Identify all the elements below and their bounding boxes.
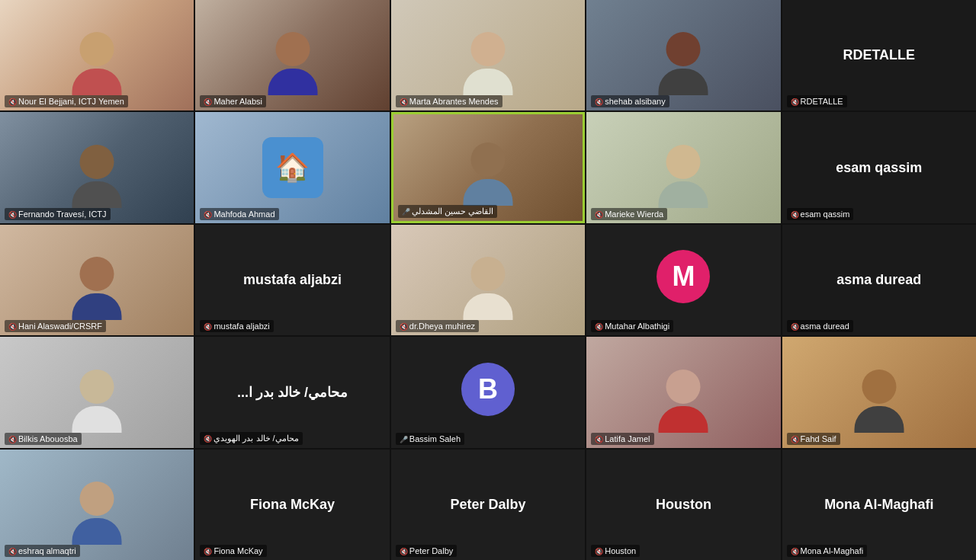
muted-mic-icon: 🔇 [791, 211, 799, 219]
participant-cell-dheya[interactable]: 🔇dr.Dheya muhirez [391, 225, 585, 335]
participant-name-label: 🔇asma duread [787, 320, 853, 332]
muted-mic-icon: 🔇 [400, 548, 408, 555]
participant-cell-peter[interactable]: Peter Dalby🔇Peter Dalby [391, 450, 585, 560]
name-text: Marieke Wierda [605, 210, 663, 219]
muted-mic-icon: 🔇 [595, 98, 603, 106]
name-text: Bassim Saleh [409, 434, 461, 443]
participant-cell-houston[interactable]: Houston🔇Houston [586, 450, 780, 560]
participant-name-label: 🔇Houston [591, 545, 640, 557]
muted-mic-icon: 🔇 [595, 436, 603, 443]
muted-mic-icon: 🔇 [595, 211, 603, 219]
participant-cell-marta[interactable]: 🔇Marta Abrantes Mendes [391, 0, 585, 110]
participant-name-label: 🔇Fiona McKay [200, 545, 266, 557]
name-text: Houston [605, 546, 636, 555]
muted-mic-icon: 🔇 [8, 436, 17, 443]
name-text: القاضي حسين المشدلي [412, 206, 493, 216]
muted-mic-icon: 🔇 [204, 98, 212, 106]
person-shape [72, 32, 122, 95]
name-text: esam qassim [801, 210, 850, 219]
participant-cell-rdetalle[interactable]: RDETALLE🔇RDETALLE [782, 0, 976, 110]
participant-cell-fernando[interactable]: 🔇Fernando Travesí, ICTJ [0, 112, 194, 222]
participant-cell-mahfoda[interactable]: 🏠🔇Mahfoda Ahmad [195, 112, 389, 222]
participant-name-label: 🔇محامي/ خالد بدر الهويدي [200, 432, 302, 445]
participant-name-label: 🔇Bilkis Abouosba [5, 433, 82, 445]
participant-cell-mona[interactable]: Mona Al-Maghafi🔇Mona Al-Maghafi [782, 450, 976, 560]
participant-cell-maher[interactable]: 🔇Maher Alabsi [195, 0, 389, 110]
participant-name-label: 🔇Latifa Jamel [591, 433, 653, 445]
person-shape [72, 370, 122, 433]
participant-name-label: 🔇Hani Alaswadi/CRSRF [5, 320, 106, 332]
muted-mic-icon: 🔇 [204, 211, 212, 219]
participant-cell-hani[interactable]: 🔇Hani Alaswadi/CRSRF [0, 225, 194, 335]
name-text: Hani Alaswadi/CRSRF [18, 322, 102, 331]
participant-cell-khalid[interactable]: ...محامي/ خالد بدر ا🔇محامي/ خالد بدر اله… [195, 337, 389, 447]
muted-mic-icon: 🔇 [791, 323, 799, 331]
person-shape [268, 32, 317, 95]
participant-name-label: 🔇Marta Abrantes Mendes [396, 95, 502, 107]
participant-name-label: 🔇mustafa aljabzi [200, 320, 273, 332]
person-shape [463, 257, 512, 320]
muted-mic-icon: 🔇 [204, 323, 212, 331]
person-shape [463, 32, 512, 95]
participant-display-name: Mona Al-Maghafi [817, 497, 941, 513]
person-shape [659, 145, 708, 208]
participant-name-label: 🔇Mutahar Albathigi [591, 320, 673, 332]
muted-mic-icon: 🔇 [8, 548, 17, 555]
name-text: Fiona McKay [214, 546, 262, 555]
participant-cell-marieke[interactable]: 🔇Marieke Wierda [586, 112, 780, 222]
name-text: Peter Dalby [409, 546, 453, 555]
participant-display-name: esam qassim [828, 160, 929, 176]
muted-mic-icon: 🔇 [791, 98, 799, 106]
person-shape [72, 482, 122, 545]
participant-cell-fahd[interactable]: 🔇Fahd Saif [782, 337, 976, 447]
name-text: Mutahar Albathigi [605, 322, 669, 331]
participant-cell-bassim[interactable]: B🎤Bassim Saleh [391, 337, 585, 447]
participant-cell-esam[interactable]: esam qassim🔇esam qassim [782, 112, 976, 222]
muted-mic-icon: 🔇 [400, 323, 408, 331]
participant-name-label: 🔇Maher Alabsi [200, 95, 266, 107]
participant-display-name: Fiona McKay [242, 497, 342, 513]
muted-mic-icon: 🔇 [400, 98, 408, 106]
participant-cell-eshraq[interactable]: 🔇eshraq almaqtri [0, 450, 194, 560]
muted-mic-icon: 🔇 [8, 98, 17, 106]
participant-cell-mutahar[interactable]: M🔇Mutahar Albathigi [586, 225, 780, 335]
name-text: Nour El Bejjani, ICTJ Yemen [18, 97, 124, 106]
participant-display-name: asma duread [829, 272, 929, 288]
participant-cell-asma[interactable]: asma duread🔇asma duread [782, 225, 976, 335]
participant-display-name: mustafa aljabzi [236, 272, 349, 288]
name-text: asma duread [801, 322, 849, 331]
active-mic-icon: 🎤 [402, 208, 410, 216]
name-text: Maher Alabsi [214, 97, 262, 106]
participant-cell-fiona[interactable]: Fiona McKay🔇Fiona McKay [195, 450, 389, 560]
person-shape [659, 32, 708, 95]
participant-name-label: 🔇Mona Al-Maghafi [787, 545, 868, 557]
participant-name-label: 🔇Fahd Saif [787, 433, 840, 445]
participant-name-label: 🔇Fernando Travesí, ICTJ [5, 208, 111, 220]
participant-name-label: 🔇RDETALLE [787, 95, 847, 107]
participant-name-label: 🔇Nour El Bejjani, ICTJ Yemen [5, 95, 128, 107]
person-shape [72, 145, 122, 208]
participant-cell-qadi[interactable]: 🎤القاضي حسين المشدلي [391, 112, 585, 222]
video-grid: 🔇Nour El Bejjani, ICTJ Yemen🔇Maher Alabs… [0, 0, 976, 560]
muted-mic-icon: 🔇 [595, 323, 603, 331]
avatar-icon: 🏠 [262, 137, 323, 198]
participant-display-name: RDETALLE [835, 47, 923, 63]
person-shape [463, 142, 512, 206]
person-shape [72, 257, 122, 320]
name-text: shehab alsibany [605, 97, 666, 106]
participant-cell-nour[interactable]: 🔇Nour El Bejjani, ICTJ Yemen [0, 0, 194, 110]
participant-cell-bilkis[interactable]: 🔇Bilkis Abouosba [0, 337, 194, 447]
participant-cell-mustafa[interactable]: mustafa aljabzi🔇mustafa aljabzi [195, 225, 389, 335]
participant-cell-shehab[interactable]: 🔇shehab alsibany [586, 0, 780, 110]
active-mic-icon: 🎤 [400, 436, 408, 443]
participant-name-label: 🔇shehab alsibany [591, 95, 669, 107]
participant-cell-latifa[interactable]: 🔇Latifa Jamel [586, 337, 780, 447]
participant-name-label: 🔇Marieke Wierda [591, 208, 667, 220]
name-text: محامي/ خالد بدر الهويدي [214, 434, 298, 443]
name-text: mustafa aljabzi [214, 322, 269, 331]
avatar-letter: B [461, 363, 515, 416]
muted-mic-icon: 🔇 [204, 548, 212, 555]
participant-name-label: 🔇Mahfoda Ahmad [200, 208, 278, 220]
name-text: RDETALLE [801, 97, 843, 106]
name-text: Fahd Saif [801, 434, 836, 443]
